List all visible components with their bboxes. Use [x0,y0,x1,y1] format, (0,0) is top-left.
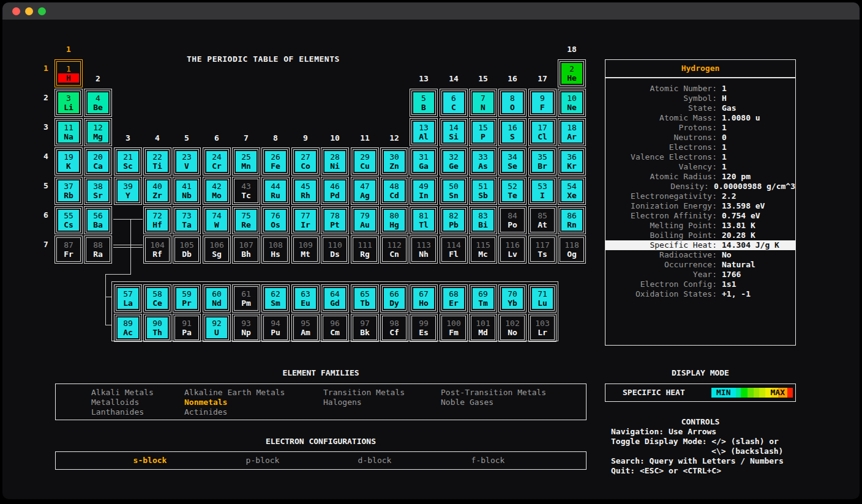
maximize-button-icon[interactable] [38,7,46,15]
element-cell-Cn[interactable]: 112Cn [380,235,408,264]
element-cell-Ir[interactable]: 77Ir [291,206,320,234]
element-cell-Ti[interactable]: 22Ti [143,147,171,176]
element-cell-Bi[interactable]: 83Bi [469,206,497,234]
element-cell-Nb[interactable]: 41Nb [173,177,201,205]
element-cell-Rb[interactable]: 37Rb [54,177,83,205]
element-cell-N[interactable]: 7N [469,89,497,117]
element-cell-Te[interactable]: 52Te [498,177,527,205]
element-cell-Pb[interactable]: 82Pb [440,206,468,234]
element-cell-Ts[interactable]: 117Ts [528,235,557,264]
element-cell-Re[interactable]: 75Re [232,206,260,234]
element-cell-O[interactable]: 8O [498,89,527,117]
element-cell-Mc[interactable]: 115Mc [469,235,497,264]
element-cell-Mo[interactable]: 42Mo [203,177,231,205]
minimize-button-icon[interactable] [25,7,33,15]
element-cell-Sr[interactable]: 38Sr [84,177,112,205]
element-cell-Og[interactable]: 118Og [558,235,586,264]
property-label: Atomic Mass: [605,113,717,123]
element-cell-Ni[interactable]: 28Ni [321,147,349,176]
element-cell-Ge[interactable]: 32Ge [440,147,468,176]
element-cell-Na[interactable]: 11Na [54,118,83,146]
element-cell-S[interactable]: 16S [498,118,527,146]
element-cell-Rn[interactable]: 86Rn [558,206,586,234]
element-cell-Lv[interactable]: 116Lv [498,235,527,264]
element-cell-K[interactable]: 19K [54,147,83,176]
element-cell-At[interactable]: 85At [528,206,557,234]
element-cell-Co[interactable]: 27Co [291,147,320,176]
element-cell-Nh[interactable]: 113Nh [410,235,438,264]
element-cell-Sc[interactable]: 21Sc [114,147,142,176]
property-row-ionization-energy: Ionization Energy:13.598 eV [605,201,795,211]
element-cell-C[interactable]: 6C [440,89,468,117]
element-symbol: Hg [389,220,399,229]
element-cell-Rg[interactable]: 111Rg [351,235,379,264]
element-cell-Ne[interactable]: 10Ne [558,89,586,117]
element-number: 118 [564,240,579,250]
element-cell-Sn[interactable]: 50Sn [440,177,468,205]
element-cell-Br[interactable]: 35Br [528,147,557,176]
element-symbol: H [58,73,79,83]
element-cell-Po[interactable]: 84Po [498,206,527,234]
element-cell-Sb[interactable]: 51Sb [469,177,497,205]
element-cell-Cd[interactable]: 48Cd [380,177,408,205]
element-symbol: Hs [271,250,280,259]
element-cell-Bh[interactable]: 107Bh [232,235,260,264]
element-cell-Cl[interactable]: 17Cl [528,118,557,146]
element-cell-Rf[interactable]: 104Rf [143,235,171,264]
element-cell-Mn[interactable]: 25Mn [232,147,260,176]
element-cell-Be[interactable]: 4Be [84,89,112,117]
element-cell-H[interactable]: 1H [54,59,83,87]
close-button-icon[interactable] [12,7,20,15]
element-cell-Ru[interactable]: 44Ru [261,177,290,205]
element-cell-In[interactable]: 49In [410,177,438,205]
element-cell-Cu[interactable]: 29Cu [351,147,379,176]
element-cell-Db[interactable]: 105Db [173,235,201,264]
element-number: 17 [538,123,547,132]
element-cell-As[interactable]: 33As [469,147,497,176]
element-cell-Xe[interactable]: 54Xe [558,177,586,205]
element-cell-Y[interactable]: 39Y [114,177,142,205]
element-cell-Sg[interactable]: 106Sg [203,235,231,264]
element-cell-Ag[interactable]: 47Ag [351,177,379,205]
element-cell-Zr[interactable]: 40Zr [143,177,171,205]
element-cell-Zn[interactable]: 30Zn [380,147,408,176]
element-cell-Ga[interactable]: 31Ga [410,147,438,176]
element-cell-Cr[interactable]: 24Cr [203,147,231,176]
element-cell-Pd[interactable]: 46Pd [321,177,349,205]
element-symbol: Rf [152,250,162,259]
element-cell-Rh[interactable]: 45Rh [291,177,320,205]
element-cell-Hg[interactable]: 80Hg [380,206,408,234]
element-cell-Al[interactable]: 13Al [410,118,438,146]
element-cell-Li[interactable]: 3Li [54,89,83,117]
element-cell-Tl[interactable]: 81Tl [410,206,438,234]
element-cell-Ra[interactable]: 88Ra [84,235,112,264]
element-cell-He[interactable]: 2He [558,59,586,87]
element-cell-Fr[interactable]: 87Fr [54,235,83,264]
element-cell-Kr[interactable]: 36Kr [558,147,586,176]
element-cell-B[interactable]: 5B [410,89,438,117]
element-cell-Se[interactable]: 34Se [498,147,527,176]
element-cell-V[interactable]: 23V [173,147,201,176]
element-cell-Mt[interactable]: 109Mt [291,235,320,264]
element-cell-Au[interactable]: 79Au [351,206,379,234]
element-cell-Tc[interactable]: 43Tc [232,177,260,205]
element-cell-Os[interactable]: 76Os [261,206,290,234]
element-cell-W[interactable]: 74W [203,206,231,234]
element-cell-Ca[interactable]: 20Ca [84,147,112,176]
element-cell-I[interactable]: 53I [528,177,557,205]
element-cell-Si[interactable]: 14Si [440,118,468,146]
element-cell-Hf[interactable]: 72Hf [143,206,171,234]
element-cell-Ba[interactable]: 56Ba [84,206,112,234]
element-cell-P[interactable]: 15P [469,118,497,146]
element-cell-Ar[interactable]: 18Ar [558,118,586,146]
element-cell-Ta[interactable]: 73Ta [173,206,201,234]
element-cell-Fe[interactable]: 26Fe [261,147,290,176]
element-cell-Fl[interactable]: 114Fl [440,235,468,264]
element-cell-Cs[interactable]: 55Cs [54,206,83,234]
element-cell-Ds[interactable]: 110Ds [321,235,349,264]
element-cell-Pt[interactable]: 78Pt [321,206,349,234]
element-number: 37 [64,182,73,191]
element-cell-Hs[interactable]: 108Hs [261,235,290,264]
element-cell-Mg[interactable]: 12Mg [84,118,112,146]
element-cell-F[interactable]: 9F [528,89,557,117]
